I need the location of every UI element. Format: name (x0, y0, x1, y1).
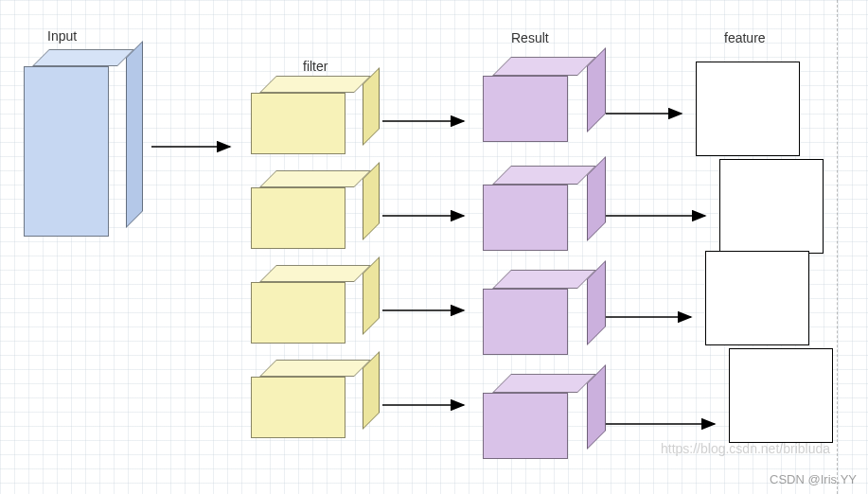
arrows-layer (0, 0, 868, 494)
page-divider (837, 0, 838, 494)
